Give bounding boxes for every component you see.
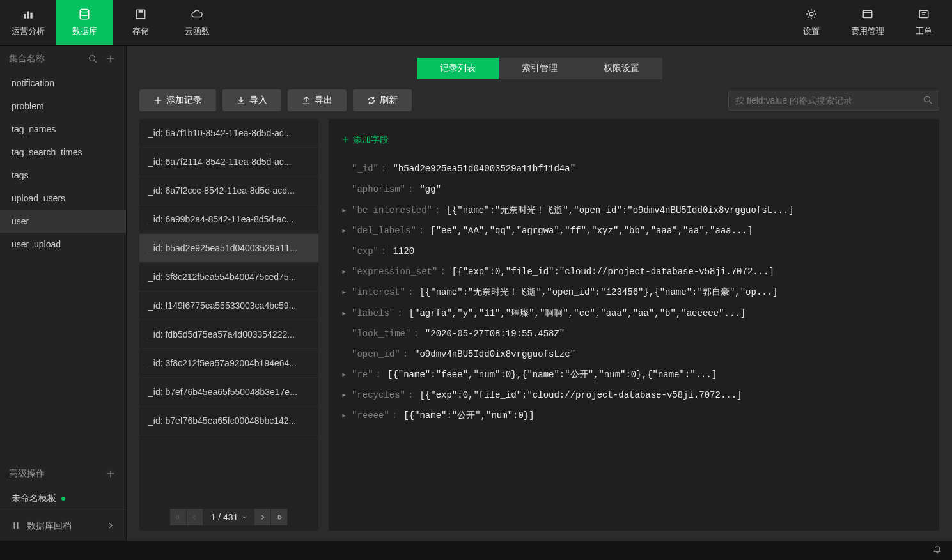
field-row[interactable]: ▸"re": [{"name":"feee","num":0},{"name":…: [341, 364, 926, 385]
expand-caret-icon[interactable]: ▸: [341, 261, 349, 282]
search-input[interactable]: [735, 95, 923, 105]
field-row[interactable]: ▸"expression_set": [{"exp":0,"file_id":"…: [341, 261, 926, 282]
page-last-button[interactable]: [271, 509, 288, 525]
record-item[interactable]: _id: 3f8c212f5ea554b400475ced75...: [139, 263, 318, 292]
page-info[interactable]: 1 / 431: [203, 509, 255, 525]
field-value: ["agrfa","y","11","璀璨","啊啊","cc","aaa","…: [409, 303, 745, 323]
nav-label: 费用管理: [851, 26, 884, 37]
ticket-icon: [918, 8, 930, 22]
expand-caret-icon[interactable]: ▸: [341, 405, 349, 426]
collection-item-problem[interactable]: problem: [0, 95, 126, 118]
field-value: [{"name":"公开","num":0}]: [403, 405, 534, 426]
tab-indexes[interactable]: 索引管理: [499, 58, 581, 79]
page-first-button[interactable]: [170, 509, 187, 525]
content: 记录列表索引管理权限设置 添加记录 导入 导出 刷新: [127, 46, 952, 541]
nav-settings[interactable]: 设置: [783, 0, 839, 45]
svg-point-3: [80, 9, 89, 12]
nav-database[interactable]: 数据库: [56, 0, 113, 45]
nav-ticket[interactable]: 工单: [896, 0, 952, 45]
add-advanced-icon[interactable]: [104, 467, 117, 480]
field-key: "exp": [352, 241, 378, 261]
record-item[interactable]: _id: f149f6775ea55533003ca4bc59...: [139, 292, 318, 320]
chevron-down-icon: [242, 515, 247, 520]
svg-point-12: [90, 56, 95, 61]
expand-caret-icon[interactable]: ▸: [341, 282, 349, 302]
toolbar: 添加记录 导入 导出 刷新: [127, 87, 952, 119]
record-item[interactable]: _id: fdb5d5d75ea57a4d003354222...: [139, 320, 318, 349]
field-row[interactable]: ▸"labels": ["agrfa","y","11","璀璨","啊啊","…: [341, 303, 926, 323]
page-next-button[interactable]: [254, 509, 271, 525]
collection-item-user_upload[interactable]: user_upload: [0, 233, 126, 256]
chevron-right-icon: [107, 521, 114, 531]
tab-records[interactable]: 记录列表: [417, 58, 499, 79]
nav-storage[interactable]: 存储: [113, 0, 169, 45]
field-value: [{"exp":0,"file_id":"cloud://project-dat…: [419, 385, 742, 405]
add-record-button[interactable]: 添加记录: [139, 89, 216, 111]
tabs-row: 记录列表索引管理权限设置: [127, 46, 952, 87]
search-icon[interactable]: [923, 95, 932, 106]
field-key: "look_time": [352, 323, 410, 344]
nav-label: 工单: [916, 26, 932, 37]
main-area: 集合名称 notificationproblemtag_namestag_sea…: [0, 46, 952, 541]
collection-item-tags[interactable]: tags: [0, 164, 126, 187]
search-icon[interactable]: [86, 52, 99, 65]
expand-caret-icon[interactable]: ▸: [341, 385, 349, 405]
record-item[interactable]: _id: 6a7f1b10-8542-11ea-8d5d-ac...: [139, 119, 318, 148]
pagination: 1 / 431: [139, 504, 318, 531]
field-row[interactable]: "look_time": "2020-05-27T08:19:55.458Z": [341, 323, 926, 344]
field-row[interactable]: ▸"reeee": [{"name":"公开","num":0}]: [341, 405, 926, 426]
record-item[interactable]: _id: b5ad2e925ea51d04003529a11...: [139, 234, 318, 263]
collection-item-tag_names[interactable]: tag_names: [0, 118, 126, 141]
expand-caret-icon[interactable]: ▸: [341, 221, 349, 241]
record-item[interactable]: _id: 6a7f2ccc-8542-11ea-8d5d-acd...: [139, 176, 318, 205]
svg-rect-7: [863, 10, 872, 17]
nav-label: 设置: [803, 26, 820, 37]
field-row[interactable]: "_id": "b5ad2e925ea51d04003529a11bf11d4a…: [341, 159, 926, 179]
sidebar-footer[interactable]: 数据库回档: [0, 511, 126, 541]
field-key: "reeee": [352, 405, 389, 426]
nav-cloudfn[interactable]: 云函数: [169, 0, 225, 45]
field-row[interactable]: ▸"interest": [{"name":"无奈时光！飞逝","open_id…: [341, 282, 926, 302]
collection-item-upload_users[interactable]: upload_users: [0, 187, 126, 210]
record-item[interactable]: _id: 6a99b2a4-8542-11ea-8d5d-ac...: [139, 205, 318, 234]
import-button[interactable]: 导入: [222, 89, 281, 111]
add-field-button[interactable]: 添加字段: [341, 129, 389, 150]
record-list: _id: 6a7f1b10-8542-11ea-8d5d-ac..._id: 6…: [139, 119, 318, 531]
field-row[interactable]: "exp": 1120: [341, 241, 926, 261]
collection-item-user[interactable]: user: [0, 210, 126, 233]
field-value: [{"exp":0,"file_id":"cloud://project-dat…: [452, 261, 774, 282]
page-prev-button[interactable]: [187, 509, 203, 525]
export-button[interactable]: 导出: [288, 89, 347, 111]
search-box[interactable]: [728, 91, 939, 111]
field-value: "2020-05-27T08:19:55.458Z": [425, 323, 565, 344]
field-row[interactable]: ▸"be_interested": [{"name":"无奈时光！飞逝","op…: [341, 200, 926, 221]
record-item[interactable]: _id: 3f8c212f5ea57a92004b194e64...: [139, 349, 318, 378]
tab-permissions[interactable]: 权限设置: [581, 58, 662, 79]
add-collection-icon[interactable]: [104, 52, 117, 65]
template-label: 未命名模板: [12, 493, 56, 504]
template-item[interactable]: 未命名模板: [0, 486, 126, 511]
nav-label: 运营分析: [12, 26, 45, 37]
field-row[interactable]: "aphorism": "gg": [341, 179, 926, 199]
advanced-section: 高级操作: [0, 461, 126, 486]
record-item[interactable]: _id: b7ef76b45ea65fc00048bbc142...: [139, 407, 318, 435]
expand-caret-icon[interactable]: ▸: [341, 364, 349, 385]
collection-item-tag_search_times[interactable]: tag_search_times: [0, 141, 126, 164]
gear-icon: [806, 8, 817, 22]
bell-icon[interactable]: [933, 545, 942, 556]
expand-caret-icon[interactable]: ▸: [341, 303, 349, 323]
field-row[interactable]: ▸"recycles": [{"exp":0,"file_id":"cloud:…: [341, 385, 926, 405]
collection-item-notification[interactable]: notification: [0, 72, 126, 95]
nav-analytics[interactable]: 运营分析: [0, 0, 56, 45]
svg-rect-18: [14, 522, 15, 529]
advanced-label: 高级操作: [9, 468, 104, 479]
record-item[interactable]: _id: 6a7f2114-8542-11ea-8d5d-ac...: [139, 148, 318, 176]
refresh-button[interactable]: 刷新: [353, 89, 412, 111]
sidebar-title: 集合名称: [9, 53, 81, 65]
record-item[interactable]: _id: b7ef76b45ea65f550048b3e17e...: [139, 378, 318, 407]
expand-caret-icon[interactable]: ▸: [341, 200, 349, 221]
field-row[interactable]: ▸"del_labels": ["ee","AA","qq","agrgwa",…: [341, 221, 926, 241]
field-row[interactable]: "open_id": "o9dmv4nBU5Idd0ix8vrgguofsLzc…: [341, 344, 926, 364]
field-value: "gg": [419, 179, 441, 199]
nav-billing[interactable]: 费用管理: [839, 0, 896, 45]
